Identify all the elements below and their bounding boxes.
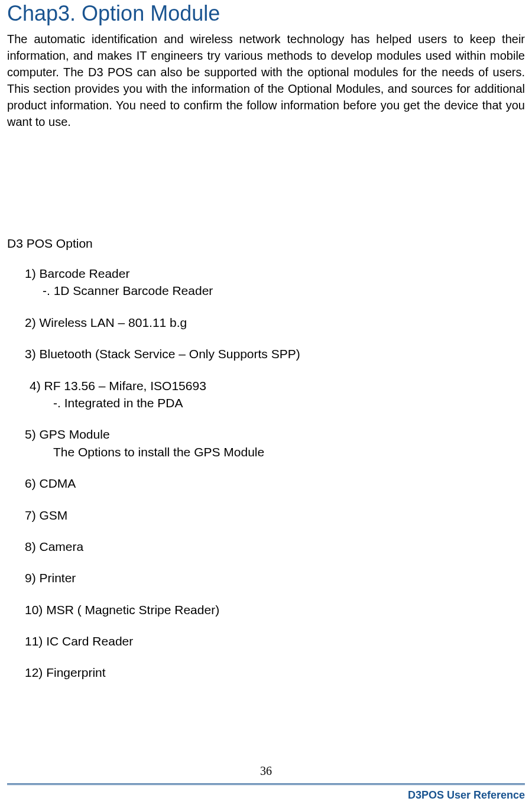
option-10: 10) MSR ( Magnetic Stripe Reader)	[25, 601, 525, 618]
option-6: 6) CDMA	[25, 475, 525, 492]
option-1-sub: -. 1D Scanner Barcode Reader	[43, 282, 525, 299]
option-8: 8) Camera	[25, 538, 525, 555]
chapter-title: Chap3. Option Module	[7, 1, 525, 26]
option-5-sub: The Options to install the GPS Module	[53, 443, 525, 460]
footer-reference: D3POS User Reference	[408, 789, 525, 802]
option-3: 3) Bluetooth (Stack Service – Only Suppo…	[25, 345, 525, 362]
section-title: D3 POS Option	[7, 236, 525, 251]
option-12: 12) Fingerprint	[25, 664, 525, 681]
option-4: 4) RF 13.56 – Mifare, ISO15693 -. Integr…	[25, 377, 525, 412]
option-1: 1) Barcode Reader -. 1D Scanner Barcode …	[25, 265, 525, 300]
option-5: 5) GPS Module The Options to install the…	[25, 426, 525, 460]
option-11: 11) IC Card Reader	[25, 632, 525, 650]
option-5-label: 5) GPS Module	[25, 426, 525, 443]
footer-divider	[7, 783, 525, 785]
option-4-sub: -. Integrated in the PDA	[53, 394, 525, 411]
option-7: 7) GSM	[25, 507, 525, 524]
chapter-intro: The automatic identification and wireles…	[7, 31, 525, 130]
page-number: 36	[260, 764, 272, 778]
option-9: 9) Printer	[25, 569, 525, 586]
option-2: 2) Wireless LAN – 801.11 b.g	[25, 314, 525, 331]
option-list: 1) Barcode Reader -. 1D Scanner Barcode …	[25, 265, 525, 682]
option-1-label: 1) Barcode Reader	[25, 265, 525, 282]
option-4-label: 4) RF 13.56 – Mifare, ISO15693	[30, 377, 525, 394]
